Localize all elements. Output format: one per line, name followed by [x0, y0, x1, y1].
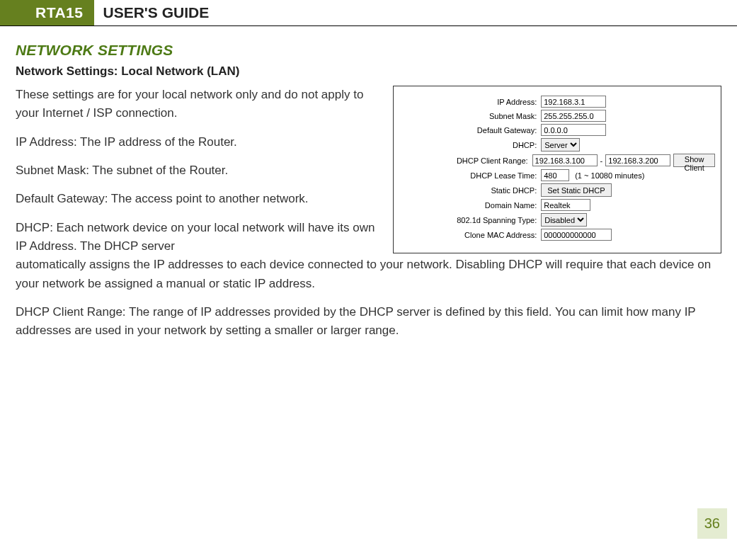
label-dhcp-range: DHCP Client Range: [399, 156, 532, 165]
section-subheading: Network Settings: Local Network (LAN) [16, 64, 721, 79]
label-static-dhcp: Static DHCP: [399, 186, 541, 195]
page-header: RTA15 USER'S GUIDE [16, 0, 721, 26]
show-client-button[interactable]: Show Client [673, 154, 715, 167]
router-settings-panel: IP Address: Subnet Mask: Default Gateway… [393, 86, 721, 253]
input-default-gateway[interactable] [541, 124, 606, 136]
input-ip-address[interactable] [541, 96, 606, 108]
dhcp-paragraph-a: DHCP: Each network device on your local … [16, 219, 380, 256]
label-spanning: 802.1d Spanning Type: [399, 216, 541, 224]
section-heading: NETWORK SETTINGS [16, 42, 721, 59]
subnet-paragraph: Subnet Mask: The subnet of the Router. [16, 161, 380, 180]
range-separator: - [600, 156, 603, 165]
header-rule [0, 25, 737, 26]
guide-title: USER'S GUIDE [94, 0, 209, 25]
input-clone-mac[interactable] [541, 229, 612, 241]
input-range-start[interactable] [532, 154, 598, 166]
ip-paragraph: IP Address: The IP address of the Router… [16, 133, 380, 152]
label-gateway: Default Gateway: [399, 126, 541, 135]
intro-paragraph: These settings are for your local networ… [16, 86, 380, 123]
gateway-paragraph: Default Gateway: The access point to ano… [16, 190, 380, 208]
label-domain: Domain Name: [399, 201, 541, 210]
input-range-end[interactable] [605, 154, 670, 166]
label-ip: IP Address: [399, 98, 541, 106]
label-dhcp: DHCP: [399, 141, 541, 149]
select-dhcp[interactable]: Server [541, 138, 580, 152]
page-number: 36 [697, 508, 727, 539]
input-subnet-mask[interactable] [541, 110, 606, 122]
brand-block: RTA15 [0, 0, 94, 25]
label-clone-mac: Clone MAC Address: [399, 231, 541, 239]
input-lease-time[interactable] [541, 169, 569, 181]
dhcp-paragraph-b: automatically assigns the IP addresses t… [16, 256, 721, 293]
range-paragraph: DHCP Client Range: The range of IP addre… [16, 303, 721, 341]
input-domain-name[interactable] [541, 199, 590, 211]
lease-hint: (1 ~ 10080 minutes) [575, 171, 644, 180]
label-lease: DHCP Lease Time: [399, 171, 541, 180]
select-spanning-type[interactable]: Disabled [541, 213, 587, 227]
label-subnet: Subnet Mask: [399, 112, 541, 120]
set-static-dhcp-button[interactable]: Set Static DHCP [541, 183, 611, 197]
